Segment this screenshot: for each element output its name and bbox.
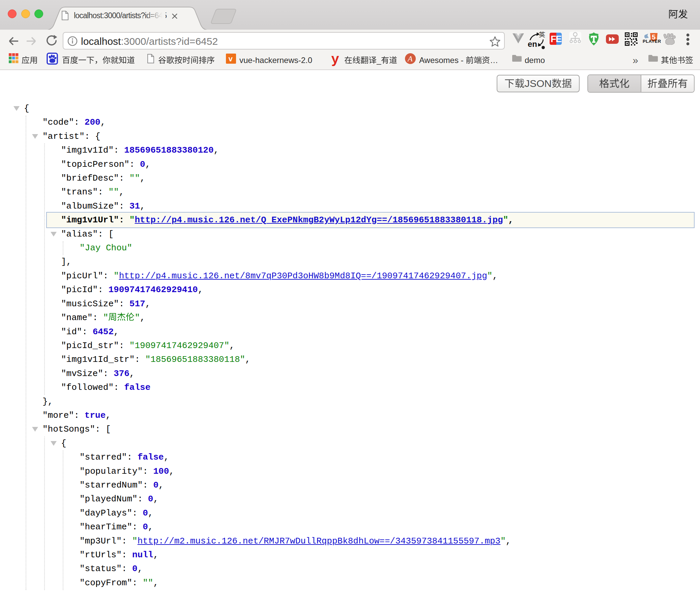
svg-text:v: v <box>229 55 233 63</box>
svg-text:英: 英 <box>539 31 545 38</box>
svg-text:E: E <box>556 34 562 44</box>
svg-text:A: A <box>407 54 413 63</box>
svg-text:en: en <box>528 39 537 49</box>
